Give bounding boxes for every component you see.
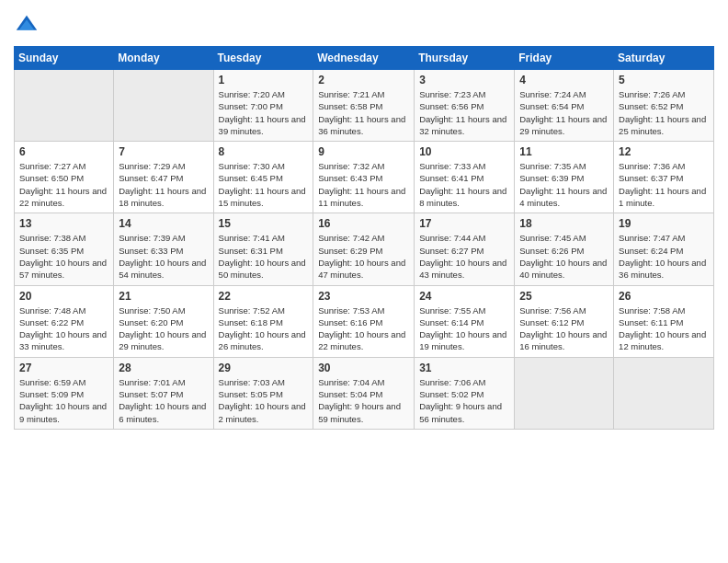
weekday-header-row: SundayMondayTuesdayWednesdayThursdayFrid… bbox=[15, 47, 714, 70]
day-info: Sunrise: 7:55 AMSunset: 6:14 PMDaylight:… bbox=[419, 304, 509, 353]
calendar-cell: 6Sunrise: 7:27 AMSunset: 6:50 PMDaylight… bbox=[15, 142, 114, 213]
calendar-cell: 16Sunrise: 7:42 AMSunset: 6:29 PMDayligh… bbox=[313, 213, 415, 285]
day-number: 1 bbox=[219, 74, 309, 86]
calendar-cell: 21Sunrise: 7:50 AMSunset: 6:20 PMDayligh… bbox=[114, 285, 213, 357]
day-number: 17 bbox=[419, 217, 509, 230]
calendar-cell: 23Sunrise: 7:53 AMSunset: 6:16 PMDayligh… bbox=[313, 285, 415, 357]
day-info: Sunrise: 7:27 AMSunset: 6:50 PMDaylight:… bbox=[19, 160, 108, 209]
day-info: Sunrise: 7:35 AMSunset: 6:39 PMDaylight:… bbox=[519, 160, 609, 209]
day-info: Sunrise: 7:56 AMSunset: 6:12 PMDaylight:… bbox=[519, 304, 609, 353]
calendar-week-row: 20Sunrise: 7:48 AMSunset: 6:22 PMDayligh… bbox=[15, 285, 714, 357]
calendar-cell: 29Sunrise: 7:03 AMSunset: 5:05 PMDayligh… bbox=[213, 357, 313, 429]
day-info: Sunrise: 7:33 AMSunset: 6:41 PMDaylight:… bbox=[419, 160, 509, 209]
day-info: Sunrise: 7:06 AMSunset: 5:02 PMDaylight:… bbox=[419, 376, 509, 425]
day-number: 9 bbox=[318, 145, 409, 158]
day-number: 15 bbox=[219, 217, 309, 230]
day-number: 7 bbox=[119, 145, 208, 158]
day-number: 11 bbox=[519, 145, 609, 158]
day-info: Sunrise: 7:04 AMSunset: 5:04 PMDaylight:… bbox=[318, 376, 409, 425]
calendar-week-row: 1Sunrise: 7:20 AMSunset: 7:00 PMDaylight… bbox=[15, 70, 714, 142]
day-number: 5 bbox=[619, 74, 709, 86]
calendar-cell: 9Sunrise: 7:32 AMSunset: 6:43 PMDaylight… bbox=[313, 142, 415, 213]
day-info: Sunrise: 6:59 AMSunset: 5:09 PMDaylight:… bbox=[19, 376, 108, 425]
calendar-cell: 22Sunrise: 7:52 AMSunset: 6:18 PMDayligh… bbox=[213, 285, 313, 357]
page: SundayMondayTuesdayWednesdayThursdayFrid… bbox=[0, 0, 728, 563]
day-number: 20 bbox=[19, 290, 108, 303]
calendar-cell: 20Sunrise: 7:48 AMSunset: 6:22 PMDayligh… bbox=[15, 285, 114, 357]
calendar-cell: 15Sunrise: 7:41 AMSunset: 6:31 PMDayligh… bbox=[213, 213, 313, 285]
day-info: Sunrise: 7:36 AMSunset: 6:37 PMDaylight:… bbox=[619, 160, 709, 209]
weekday-header-monday: Monday bbox=[114, 47, 213, 70]
day-info: Sunrise: 7:24 AMSunset: 6:54 PMDaylight:… bbox=[519, 88, 609, 137]
calendar-cell: 13Sunrise: 7:38 AMSunset: 6:35 PMDayligh… bbox=[15, 213, 114, 285]
day-number: 30 bbox=[318, 362, 409, 374]
weekday-header-thursday: Thursday bbox=[415, 47, 515, 70]
calendar-cell: 17Sunrise: 7:44 AMSunset: 6:27 PMDayligh… bbox=[415, 213, 515, 285]
day-number: 18 bbox=[519, 217, 609, 230]
calendar-cell: 10Sunrise: 7:33 AMSunset: 6:41 PMDayligh… bbox=[415, 142, 515, 213]
day-info: Sunrise: 7:45 AMSunset: 6:26 PMDaylight:… bbox=[519, 232, 609, 281]
day-number: 29 bbox=[219, 362, 309, 374]
calendar-cell: 18Sunrise: 7:45 AMSunset: 6:26 PMDayligh… bbox=[515, 213, 614, 285]
logo bbox=[14, 13, 43, 39]
day-info: Sunrise: 7:50 AMSunset: 6:20 PMDaylight:… bbox=[119, 304, 208, 353]
day-number: 4 bbox=[519, 74, 609, 86]
calendar-cell: 19Sunrise: 7:47 AMSunset: 6:24 PMDayligh… bbox=[614, 213, 714, 285]
day-number: 31 bbox=[419, 362, 509, 374]
calendar-cell: 8Sunrise: 7:30 AMSunset: 6:45 PMDaylight… bbox=[213, 142, 313, 213]
day-info: Sunrise: 7:47 AMSunset: 6:24 PMDaylight:… bbox=[619, 232, 709, 281]
day-number: 28 bbox=[119, 362, 208, 374]
day-info: Sunrise: 7:30 AMSunset: 6:45 PMDaylight:… bbox=[219, 160, 309, 209]
day-number: 3 bbox=[419, 74, 509, 86]
day-info: Sunrise: 7:23 AMSunset: 6:56 PMDaylight:… bbox=[419, 88, 509, 137]
weekday-header-wednesday: Wednesday bbox=[313, 47, 415, 70]
day-info: Sunrise: 7:41 AMSunset: 6:31 PMDaylight:… bbox=[219, 232, 309, 281]
day-info: Sunrise: 7:44 AMSunset: 6:27 PMDaylight:… bbox=[419, 232, 509, 281]
day-number: 23 bbox=[318, 290, 409, 303]
day-number: 6 bbox=[19, 145, 108, 158]
day-info: Sunrise: 7:29 AMSunset: 6:47 PMDaylight:… bbox=[119, 160, 208, 209]
weekday-header-sunday: Sunday bbox=[15, 47, 114, 70]
header bbox=[14, 9, 714, 39]
calendar-cell: 5Sunrise: 7:26 AMSunset: 6:52 PMDaylight… bbox=[614, 70, 714, 142]
calendar-cell: 3Sunrise: 7:23 AMSunset: 6:56 PMDaylight… bbox=[415, 70, 515, 142]
calendar-cell: 12Sunrise: 7:36 AMSunset: 6:37 PMDayligh… bbox=[614, 142, 714, 213]
day-info: Sunrise: 7:58 AMSunset: 6:11 PMDaylight:… bbox=[619, 304, 709, 353]
calendar-cell: 31Sunrise: 7:06 AMSunset: 5:02 PMDayligh… bbox=[415, 357, 515, 429]
calendar-cell: 1Sunrise: 7:20 AMSunset: 7:00 PMDaylight… bbox=[213, 70, 313, 142]
weekday-header-saturday: Saturday bbox=[614, 47, 714, 70]
calendar-cell: 11Sunrise: 7:35 AMSunset: 6:39 PMDayligh… bbox=[515, 142, 614, 213]
day-info: Sunrise: 7:48 AMSunset: 6:22 PMDaylight:… bbox=[19, 304, 108, 353]
day-info: Sunrise: 7:01 AMSunset: 5:07 PMDaylight:… bbox=[119, 376, 208, 425]
day-info: Sunrise: 7:53 AMSunset: 6:16 PMDaylight:… bbox=[318, 304, 409, 353]
calendar-cell: 7Sunrise: 7:29 AMSunset: 6:47 PMDaylight… bbox=[114, 142, 213, 213]
day-info: Sunrise: 7:52 AMSunset: 6:18 PMDaylight:… bbox=[219, 304, 309, 353]
calendar-cell bbox=[15, 70, 114, 142]
day-number: 2 bbox=[318, 74, 409, 86]
day-number: 16 bbox=[318, 217, 409, 230]
day-number: 24 bbox=[419, 290, 509, 303]
calendar-cell: 24Sunrise: 7:55 AMSunset: 6:14 PMDayligh… bbox=[415, 285, 515, 357]
day-number: 26 bbox=[619, 290, 709, 303]
calendar-cell: 4Sunrise: 7:24 AMSunset: 6:54 PMDaylight… bbox=[515, 70, 614, 142]
day-info: Sunrise: 7:38 AMSunset: 6:35 PMDaylight:… bbox=[19, 232, 108, 281]
weekday-header-tuesday: Tuesday bbox=[213, 47, 313, 70]
calendar-cell: 26Sunrise: 7:58 AMSunset: 6:11 PMDayligh… bbox=[614, 285, 714, 357]
logo-icon bbox=[14, 13, 40, 39]
day-info: Sunrise: 7:20 AMSunset: 7:00 PMDaylight:… bbox=[219, 88, 309, 137]
day-number: 19 bbox=[619, 217, 709, 230]
day-info: Sunrise: 7:42 AMSunset: 6:29 PMDaylight:… bbox=[318, 232, 409, 281]
calendar-cell bbox=[614, 357, 714, 429]
day-number: 12 bbox=[619, 145, 709, 158]
day-info: Sunrise: 7:03 AMSunset: 5:05 PMDaylight:… bbox=[219, 376, 309, 425]
day-number: 22 bbox=[219, 290, 309, 303]
day-number: 8 bbox=[219, 145, 309, 158]
calendar-cell: 2Sunrise: 7:21 AMSunset: 6:58 PMDaylight… bbox=[313, 70, 415, 142]
day-info: Sunrise: 7:39 AMSunset: 6:33 PMDaylight:… bbox=[119, 232, 208, 281]
day-number: 21 bbox=[119, 290, 208, 303]
calendar-week-row: 6Sunrise: 7:27 AMSunset: 6:50 PMDaylight… bbox=[15, 142, 714, 213]
calendar-week-row: 13Sunrise: 7:38 AMSunset: 6:35 PMDayligh… bbox=[15, 213, 714, 285]
calendar-week-row: 27Sunrise: 6:59 AMSunset: 5:09 PMDayligh… bbox=[15, 357, 714, 429]
calendar-cell bbox=[515, 357, 614, 429]
day-info: Sunrise: 7:32 AMSunset: 6:43 PMDaylight:… bbox=[318, 160, 409, 209]
